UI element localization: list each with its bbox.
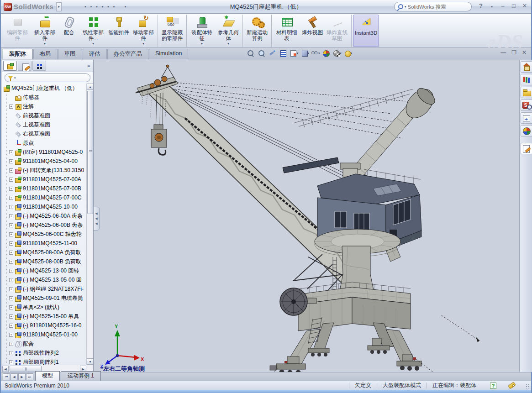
tree-item[interactable]: (-) 回转支承(131.50.3150 <box>2 166 87 175</box>
command-button[interactable]: 参考几何体 <box>216 15 243 47</box>
view-tool-button[interactable] <box>247 49 256 58</box>
tree-filter-bar[interactable] <box>5 73 90 82</box>
task-pane-button[interactable] <box>521 125 532 136</box>
expand-icon[interactable] <box>9 178 13 182</box>
first-tab-icon[interactable] <box>3 373 10 380</box>
view-tool-button[interactable] <box>311 49 320 58</box>
titlebar-button[interactable] <box>123 2 127 12</box>
tree-item[interactable]: MQ4525-09-01 电缆卷筒 <box>2 293 87 303</box>
ribbon-tab[interactable]: 办公室产品 <box>107 49 149 59</box>
next-tab-icon[interactable] <box>18 373 26 380</box>
command-button[interactable]: Instant3D <box>353 15 379 47</box>
tree-item[interactable]: MQ4525-06-00C 轴齿轮 <box>2 230 87 239</box>
resize-grip[interactable] <box>526 384 530 388</box>
ribbon-tab[interactable]: 草图 <box>58 49 82 59</box>
scroll-left-icon[interactable] <box>2 366 9 372</box>
view-tool-button[interactable] <box>290 49 299 58</box>
task-pane-button[interactable] <box>521 143 532 154</box>
scroll-up-icon[interactable] <box>87 84 94 90</box>
maximize-icon[interactable] <box>510 2 517 9</box>
command-button[interactable]: 材料明细表 <box>273 15 300 47</box>
command-button[interactable]: 显示隐藏的零部件 <box>159 15 187 47</box>
view-tool-button[interactable] <box>300 49 310 58</box>
tree-item[interactable]: 911801MQ4525-07-00B <box>2 184 87 193</box>
command-button[interactable]: 编辑零部件 <box>4 15 31 47</box>
tab-feature-manager[interactable] <box>3 61 17 71</box>
expand-icon[interactable] <box>9 159 13 163</box>
tree-item[interactable]: (-) MQ4525-15-00 吊具 <box>2 312 87 321</box>
tree-item[interactable]: 911801MQ4525-07-00C <box>2 193 87 202</box>
titlebar-button[interactable] <box>105 2 110 12</box>
view-tool-button[interactable] <box>279 49 288 58</box>
tree-item[interactable]: 传感器 <box>2 93 87 102</box>
command-button[interactable]: 配合 <box>58 15 79 47</box>
tree-item[interactable]: (固定) 911801MQ4525-0 <box>2 147 87 157</box>
expand-icon[interactable] <box>9 105 13 109</box>
doc-close-icon[interactable] <box>522 49 527 56</box>
tree-item[interactable]: (-) 钢丝绳 32NAT18X7Fi- <box>2 284 87 293</box>
expand-icon[interactable] <box>9 333 13 337</box>
tree-item[interactable]: 上视基准面 <box>2 120 87 129</box>
help-icon[interactable] <box>477 2 485 9</box>
expand-icon[interactable] <box>9 287 13 291</box>
view-tool-button[interactable] <box>343 49 353 58</box>
tree-item[interactable]: MQ4525门座起重机 （低） <box>2 84 87 93</box>
graphics-viewport[interactable]: Y X Z *左右二等角轴测 <box>94 60 519 372</box>
expand-icon[interactable] <box>9 214 13 218</box>
task-pane-button[interactable] <box>521 87 532 98</box>
tree-item[interactable]: 配合 <box>2 339 87 348</box>
close-icon[interactable] <box>521 2 528 9</box>
expand-icon[interactable] <box>9 269 13 273</box>
ribbon-tab[interactable]: 布局 <box>33 49 58 59</box>
tags-icon[interactable] <box>508 382 516 389</box>
expand-icon[interactable] <box>9 205 13 209</box>
tree-item[interactable]: (-) MQ4525-06-00A 齿条 <box>2 211 87 220</box>
doc-restore-icon[interactable] <box>511 49 516 56</box>
titlebar-button[interactable] <box>117 2 121 12</box>
command-button[interactable]: 移动零部件 <box>131 15 158 47</box>
tree-item[interactable]: 注解 <box>2 102 87 111</box>
command-button[interactable]: 装配体特征 <box>188 15 216 47</box>
search-scope-caret-icon[interactable] <box>405 5 406 9</box>
tab-property-manager[interactable] <box>18 61 32 71</box>
search-input[interactable] <box>408 4 458 10</box>
expand-icon[interactable] <box>9 187 13 191</box>
crane-model[interactable]: Y X Z <box>94 60 519 372</box>
expand-icon[interactable] <box>9 260 13 264</box>
help-caret-icon[interactable] <box>488 2 495 9</box>
titlebar-button[interactable] <box>89 2 93 12</box>
tree-item[interactable]: 911801MQ4525-07-00A <box>2 175 87 184</box>
tree-item[interactable]: (-) MQ4525-13-00 回转 <box>2 266 87 275</box>
view-tool-button[interactable] <box>268 49 277 58</box>
minimize-icon[interactable] <box>499 2 506 9</box>
expand-icon[interactable] <box>9 232 13 236</box>
tree-item[interactable]: (-) MQ4525-06-00B 齿条 <box>2 220 87 230</box>
expand-icon[interactable] <box>9 324 13 328</box>
tab-configuration-manager[interactable] <box>32 61 46 71</box>
tree-item[interactable]: 911801MQ4525-10-00 <box>2 202 87 211</box>
command-button[interactable]: 插入零部件 <box>31 15 58 47</box>
command-button[interactable]: 新建运动算例 <box>244 15 272 47</box>
expand-icon[interactable] <box>9 314 13 319</box>
more-tabs-chevron-icon[interactable] <box>87 63 92 68</box>
view-tool-button[interactable] <box>322 49 331 58</box>
command-button[interactable]: 爆炸直线草图 <box>324 15 352 47</box>
tree-item[interactable]: 前视基准面 <box>2 111 87 120</box>
command-button[interactable]: 智能扣件 <box>107 15 131 47</box>
task-pane-button[interactable] <box>521 100 532 111</box>
expand-icon[interactable] <box>9 342 13 346</box>
task-pane-button[interactable] <box>521 61 532 73</box>
dropdown-caret-icon[interactable] <box>201 42 203 46</box>
task-pane-button[interactable] <box>521 112 532 124</box>
expand-icon[interactable] <box>9 305 13 309</box>
tree-item[interactable]: 右视基准面 <box>2 129 87 138</box>
expand-icon[interactable] <box>9 251 13 255</box>
expand-icon[interactable] <box>9 360 13 364</box>
search-box[interactable] <box>394 2 472 11</box>
ribbon-tab[interactable]: 装配体 <box>3 49 33 59</box>
tree-item[interactable]: 局部线性阵列2 <box>2 348 87 357</box>
tree-item[interactable]: MQ4525-08-00A 负荷取 <box>2 248 87 257</box>
ribbon-tab[interactable]: 评估 <box>83 49 107 59</box>
tree-item[interactable]: 局部圆周阵列1 <box>2 357 87 365</box>
panel-collapse-handle[interactable] <box>94 207 100 231</box>
